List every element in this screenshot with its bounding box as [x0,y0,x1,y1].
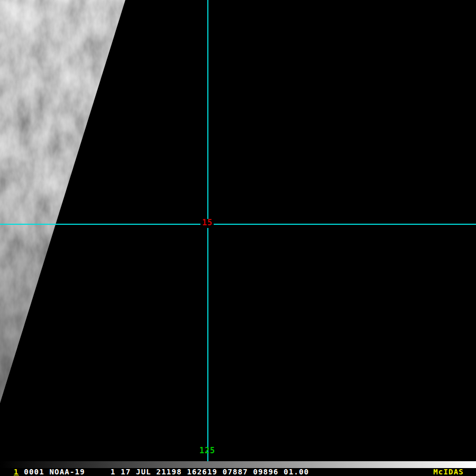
crosshair-horizontal-line-left [0,224,200,225]
image-info-text: 0001 NOAA-19 1 17 JUL 21198 162619 07887… [19,468,309,476]
mcidas-brand-label: McIDAS [433,468,464,476]
satellite-image-swath [0,0,476,476]
crosshair-vertical-line-bottom [207,228,208,468]
crosshair-horizontal-line-right [214,224,476,225]
image-line-number-label: 125 [199,447,215,455]
mcidas-image-display[interactable]: 15 125 1 0001 NOAA-19 1 17 JUL 21198 162… [0,0,476,476]
cursor-value-label: 15 [202,219,213,227]
frame-number[interactable]: 1 [14,468,19,476]
crosshair-vertical-line-top [207,0,208,219]
status-bar: 1 0001 NOAA-19 1 17 JUL 21198 162619 078… [0,468,476,476]
